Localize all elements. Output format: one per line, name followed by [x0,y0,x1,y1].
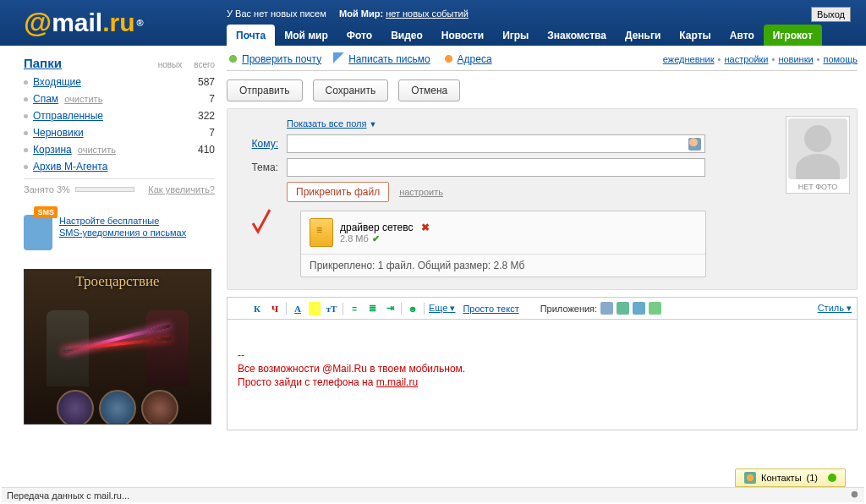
to-input[interactable] [287,134,705,153]
bullet-icon [24,114,28,118]
col-new: новых [158,60,183,69]
moi-mir-events-link[interactable]: нет новых событий [386,8,469,19]
quota-increase-link[interactable]: Как увеличить? [148,184,215,194]
sig-line2a: Просто зайди с телефона на [238,376,376,388]
toolbar-news[interactable]: новинки [778,54,813,64]
nav-tab-news[interactable]: Новости [432,25,493,46]
app-icon-2[interactable] [617,302,629,315]
header: @mail.ru® У Вас нет новых писем Мой Мир:… [0,0,866,46]
nav-tab-igrokot[interactable]: Игрокот [764,25,822,46]
align-icon[interactable]: ≡ [348,302,361,315]
italic-icon[interactable]: К [250,302,264,315]
subject-input[interactable] [287,158,705,177]
app-icon-3[interactable] [633,302,645,315]
folder-drafts[interactable]: Черновики 7 [24,124,215,141]
logout-button[interactable]: Выход [811,7,851,22]
sms-line2[interactable]: SMS-уведомления о письмах [59,227,186,238]
bold-icon[interactable] [233,302,246,315]
plain-text-link[interactable]: Просто текст [463,304,518,314]
to-label[interactable]: Кому: [236,138,278,150]
folder-name[interactable]: Отправленные [33,110,103,122]
editor-body[interactable]: -- Все возможности @Mail.Ru в твоем моби… [227,319,858,430]
compose-form: НЕТ ФОТО Показать все поля▼ Кому: Тема: … [227,108,858,290]
clear-link[interactable]: очистить [64,94,102,104]
avatar-block[interactable]: НЕТ ФОТО [786,116,850,194]
nav-tab-games[interactable]: Игры [493,25,538,46]
cancel-button[interactable]: Отмена [398,79,460,101]
quota-label: Занято 3% [24,184,70,194]
folder-trash[interactable]: Корзина очистить 410 [24,141,215,158]
game-btn-1[interactable] [57,390,94,425]
no-new-mail-text: У Вас нет новых писем [227,8,326,19]
folder-name[interactable]: Архив M-Агента [33,161,107,173]
contacts-bar[interactable]: Контакты (1) [735,468,846,487]
sms-promo[interactable]: SMS Настройте бесплатные SMS-уведомления… [24,215,215,250]
folder-sent[interactable]: Отправленные 322 [24,107,215,124]
sms-line1[interactable]: Настройте бесплатные [59,216,159,226]
game-btn-2[interactable] [99,390,136,425]
save-button[interactable]: Сохранить [313,79,389,101]
folder-name[interactable]: Спам [33,93,58,105]
folder-count: 410 [179,144,215,156]
app-icon-1[interactable] [600,302,613,315]
nav-tab-auto[interactable]: Авто [721,25,764,46]
toolbar-settings[interactable]: настройки [724,54,768,64]
game-ad[interactable]: Троецарствие [24,269,211,425]
indent-icon[interactable]: ⇥ [383,302,397,315]
nav-tab-moimir[interactable]: Мой мир [275,25,337,46]
nav-tab-dating[interactable]: Знакомства [538,25,616,46]
attachment-name: драйвер сетевс [340,222,414,233]
nav-tab-maps[interactable]: Карты [670,25,720,46]
online-status-icon [828,474,836,482]
list-icon[interactable]: ≣ [365,302,379,315]
nav-tab-photo[interactable]: Фото [337,25,381,46]
folders-panel: Папки новых всего Входящие 587 Спам очис… [24,51,215,179]
quota-row: Занято 3% Как увеличить? [24,179,215,200]
nav-tab-mail[interactable]: Почта [227,25,275,46]
annotation-checkmark-icon [249,206,273,237]
folder-magent[interactable]: Архив M-Агента [24,158,215,175]
folder-spam[interactable]: Спам очистить 7 [24,90,215,107]
address-book-icon[interactable] [688,138,701,151]
phone-icon: SMS [24,215,52,250]
remove-attachment-icon[interactable]: ✖ [421,222,430,233]
underline-icon[interactable]: Ч [268,302,282,315]
header-messages: У Вас нет новых писем Мой Мир: нет новых… [227,8,469,19]
write-mail-link[interactable]: Написать письмо [333,52,430,65]
nav-tab-video[interactable]: Видео [381,25,432,46]
folders-title[interactable]: Папки [24,56,62,70]
moi-mir-label: Мой Мир: [339,8,383,19]
toolbar-help[interactable]: помощь [823,54,858,64]
attach-configure-link[interactable]: настроить [399,187,443,197]
game-btn-3[interactable] [141,390,178,425]
folder-count: 7 [179,127,215,139]
send-button[interactable]: Отправить [227,79,303,101]
bg-color-icon[interactable] [309,302,321,315]
clear-link[interactable]: очистить [78,145,116,155]
check-mail-link[interactable]: Проверить почту [227,52,321,65]
folder-name[interactable]: Черновики [33,127,84,139]
logo[interactable]: @mail.ru® [24,6,144,39]
folder-name[interactable]: Входящие [33,76,81,88]
quota-bar [75,187,134,192]
toolbar-diary[interactable]: ежедневник [663,54,715,64]
folder-count: 322 [179,110,215,122]
app-icon-4[interactable] [649,302,661,315]
font-size-icon[interactable]: тТ [325,302,338,315]
pencil-icon [333,52,346,65]
sig-line2b: m.mail.ru [376,376,418,388]
more-link[interactable]: Еще ▾ [429,303,455,314]
style-link[interactable]: Стиль ▾ [818,303,852,314]
logo-ru: .ru [102,8,134,37]
font-color-icon[interactable]: A [291,302,304,315]
game-ad-title: Троецарствие [25,270,211,293]
compose-actions: Отправить Сохранить Отмена [227,71,858,108]
checkmark-icon: ✔ [372,233,380,244]
folder-name[interactable]: Корзина [33,144,72,156]
emoji-icon[interactable]: ☻ [406,302,419,315]
show-all-fields-link[interactable]: Показать все поля [287,118,366,129]
folder-inbox[interactable]: Входящие 587 [24,74,215,90]
nav-tab-money[interactable]: Деньги [616,25,670,46]
attach-file-button[interactable]: Прикрепить файл [287,182,389,202]
addresses-link[interactable]: Адреса [442,52,492,65]
